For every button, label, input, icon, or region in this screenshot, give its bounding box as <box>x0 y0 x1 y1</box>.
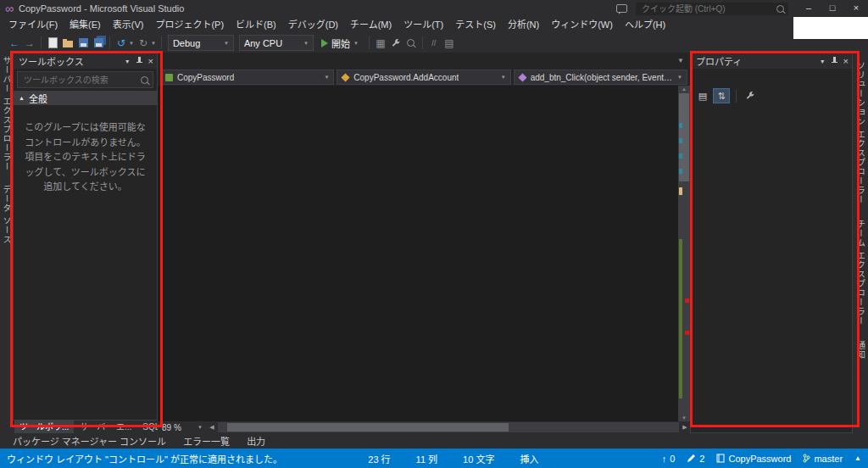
start-debugging-button[interactable]: 開始 ▼ <box>316 36 365 50</box>
caret-char-indicator: 10 文字 <box>463 452 494 465</box>
quick-launch-input[interactable] <box>640 3 776 14</box>
window-title: CopyPassword - Microsoft Visual Studio <box>19 3 184 14</box>
close-icon[interactable]: × <box>148 56 153 66</box>
toolbox-section-general[interactable]: ▲ 全般 <box>14 91 157 105</box>
tool-window-tab[interactable]: パッケージ マネージャー コンソール <box>5 434 174 448</box>
tool-window-tab[interactable]: 出力 <box>239 434 273 448</box>
scroll-up-icon[interactable]: ▲ <box>678 86 690 92</box>
solution-explorer-toggle-icon[interactable]: ▦ <box>373 35 388 52</box>
navigate-back-icon[interactable]: ← <box>7 35 22 52</box>
visual-studio-window: ∞ CopyPassword - Microsoft Visual Studio… <box>0 0 868 468</box>
project-dropdown[interactable]: CopyPassword ▼ <box>160 70 334 85</box>
search-icon <box>141 76 148 84</box>
scroll-right-icon[interactable]: ▶ <box>680 424 690 431</box>
new-file-icon[interactable] <box>45 35 60 52</box>
auto-hide-tab[interactable]: データ ソース <box>0 185 13 244</box>
menu-item[interactable]: デバッグ(D) <box>282 17 344 33</box>
bookmark-icon[interactable]: ▤ <box>442 35 457 52</box>
menu-item[interactable]: 表示(V) <box>107 17 150 33</box>
type-name: CopyPassword.AddAccount <box>353 73 459 82</box>
member-dropdown[interactable]: add_btn_Click(object sender, EventArgs e… <box>514 70 687 85</box>
close-button[interactable]: × <box>844 0 868 17</box>
project-name: CopyPassword <box>177 73 234 82</box>
tab-overflow-icon[interactable]: ▼ <box>671 53 690 69</box>
menu-item[interactable]: プロジェクト(P) <box>149 17 230 33</box>
standard-toolbar: ← → ↺ ▼ ↻ ▼ Debug ▼ Any CPU ▼ 開始 ▼ ▦ <box>0 33 868 53</box>
toolbar-separator <box>41 36 42 49</box>
scrollbar-thumb[interactable] <box>227 423 509 432</box>
save-all-icon[interactable] <box>91 35 106 52</box>
auto-hide-tab[interactable]: チーム エクスプローラー <box>854 220 867 326</box>
menu-item[interactable]: チーム(M) <box>344 17 398 33</box>
solution-configuration-value: Debug <box>173 38 200 48</box>
menu-item[interactable]: ヘルプ(H) <box>619 17 671 33</box>
auto-hide-tab[interactable]: サーバー エクスプローラー <box>0 56 13 171</box>
window-position-icon[interactable]: ▼ <box>125 58 131 64</box>
toolbar-separator <box>369 36 370 49</box>
alphabetical-icon[interactable]: ⇅ <box>713 88 730 103</box>
undo-dropdown-icon[interactable]: ▼ <box>129 41 134 46</box>
auto-hide-tab[interactable]: ソリューション エクスプローラー <box>854 61 867 204</box>
menu-item[interactable]: ツール(T) <box>398 17 449 33</box>
open-folder-icon[interactable] <box>60 35 75 52</box>
comment-icon[interactable]: // <box>426 35 442 52</box>
main-area: サーバー エクスプローラーデータ ソース ツールボックス ▼ × ▲ <box>0 53 868 433</box>
vertical-scrollbar[interactable]: ▲ ▼ <box>678 86 690 421</box>
tool-window-tab[interactable]: エラー一覧 <box>175 434 237 448</box>
quick-launch-search[interactable] <box>636 3 788 15</box>
window-position-icon[interactable]: ▼ <box>820 58 826 64</box>
scroll-left-icon[interactable]: ◀ <box>207 424 217 431</box>
member-name: add_btn_Click(object sender, EventArgs e… <box>531 73 673 82</box>
redo-icon[interactable]: ↻ <box>136 35 151 52</box>
chevron-down-icon: ▼ <box>224 41 229 46</box>
properties-window-icon[interactable] <box>388 35 403 52</box>
redo-dropdown-icon[interactable]: ▼ <box>151 41 156 46</box>
maximize-button[interactable]: □ <box>821 0 844 17</box>
feedback-icon[interactable] <box>616 4 627 13</box>
categorized-icon[interactable]: ▤ <box>695 89 710 103</box>
menu-item[interactable]: 分析(N) <box>502 17 545 33</box>
solution-configuration-dropdown[interactable]: Debug ▼ <box>168 35 234 51</box>
menu-item[interactable]: ウィンドウ(W) <box>545 17 619 33</box>
branch-indicator[interactable]: master <box>803 454 843 464</box>
unpushed-commits[interactable]: ↑ 0 <box>662 454 676 464</box>
save-icon[interactable] <box>75 35 91 52</box>
zoom-dropdown[interactable]: 89 % ▼ <box>158 423 207 432</box>
insert-mode-indicator: 挿入 <box>520 452 538 465</box>
pin-icon[interactable] <box>831 57 838 66</box>
publish-caret-icon[interactable]: ▲ <box>854 454 861 462</box>
properties-object-selector[interactable] <box>691 69 852 87</box>
title-bar[interactable]: ∞ CopyPassword - Microsoft Visual Studio… <box>0 0 868 17</box>
caret-column-indicator: 11 列 <box>416 452 437 465</box>
property-pages-wrench-icon[interactable] <box>743 89 758 103</box>
toolbox-search-input[interactable] <box>22 75 137 86</box>
toolbox-header[interactable]: ツールボックス ▼ × <box>14 53 157 69</box>
menu-item[interactable]: ビルド(B) <box>230 17 282 33</box>
properties-header[interactable]: プロパティ ▼ × <box>691 53 852 69</box>
section-expander-icon[interactable]: ▲ <box>19 95 25 101</box>
menu-item[interactable]: テスト(S) <box>449 17 502 33</box>
close-icon[interactable]: × <box>843 56 849 66</box>
repository-name: CopyPassword <box>728 454 791 464</box>
dock-tab[interactable]: サーバー エ... <box>75 421 136 433</box>
auto-hide-tab[interactable]: 通知 <box>854 341 867 359</box>
menu-item[interactable]: 編集(E) <box>64 17 107 33</box>
scroll-down-icon[interactable]: ▼ <box>678 415 690 421</box>
menu-bar: ファイル(F)編集(E)表示(V)プロジェクト(P)ビルド(B)デバッグ(D)チ… <box>0 17 868 33</box>
find-in-files-icon[interactable] <box>403 35 419 52</box>
toolbox-dock: ツールボックス ▼ × ▲ 全般 このグループには使用可能なコントロールがありま… <box>13 53 158 433</box>
code-editor[interactable]: ▲ ▼ <box>158 86 690 421</box>
undo-icon[interactable]: ↺ <box>114 35 129 52</box>
csharp-project-icon <box>165 74 173 81</box>
navigate-forward-icon[interactable]: → <box>22 35 37 52</box>
repository-indicator[interactable]: CopyPassword <box>716 454 791 464</box>
minimize-button[interactable]: – <box>797 0 821 17</box>
menu-item[interactable]: ファイル(F) <box>3 17 64 33</box>
pending-changes[interactable]: 2 <box>687 454 704 464</box>
dock-tab[interactable]: ツールボッ... <box>14 421 74 433</box>
horizontal-scrollbar[interactable] <box>218 422 679 432</box>
type-dropdown[interactable]: CopyPassword.AddAccount ▼ <box>337 70 510 85</box>
pin-icon[interactable] <box>136 57 143 66</box>
solution-platform-dropdown[interactable]: Any CPU ▼ <box>239 35 314 51</box>
toolbox-search-box[interactable] <box>17 71 153 88</box>
